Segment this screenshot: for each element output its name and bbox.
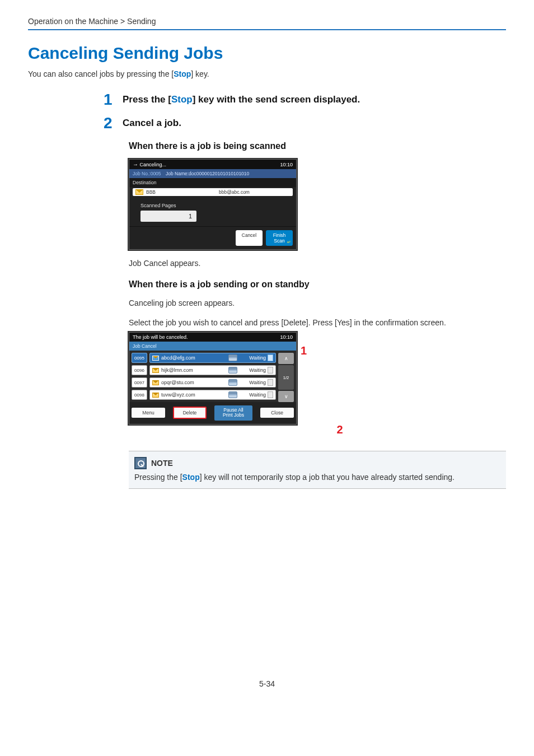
- subsection-scanning: When there is a job is being scanned → C…: [28, 141, 506, 489]
- page-indicator: 1/2: [278, 365, 294, 390]
- mail-icon: [152, 380, 159, 385]
- job-status: Waiting: [240, 367, 273, 374]
- scroll-down-button[interactable]: ∨: [278, 391, 294, 402]
- doc-icon: [268, 379, 273, 386]
- printer-icon: [228, 367, 237, 374]
- step-1-title: Press the [Stop] key with the send scree…: [123, 92, 360, 108]
- job-id: 0097: [132, 377, 147, 388]
- job-id: 0096: [132, 365, 147, 375]
- intro-text: You can also cancel jobs by pressing the…: [28, 69, 506, 78]
- job-row[interactable]: 0095 abcd@efg.com Waiting: [132, 353, 276, 363]
- scanned-pages-area: Scanned Pages 1: [129, 197, 296, 226]
- note-post: ] key will not temporarily stop a job th…: [200, 473, 455, 482]
- enter-icon: ↵: [287, 240, 291, 245]
- scan-heading: When there is a job is being scanned: [129, 141, 506, 151]
- job-row[interactable]: 0098 tuvw@xyz.com Waiting: [132, 390, 276, 400]
- job-row[interactable]: 0096 hijk@lmn.com Waiting: [132, 365, 276, 375]
- scroll-controls: ∧ 1/2 ∨: [278, 353, 294, 402]
- page-number: 5-34: [28, 679, 506, 688]
- jc-header: The job will be canceled. 10:10: [129, 333, 296, 342]
- printer-icon: [228, 354, 237, 361]
- job-name: Job Name:doc00000120101010101010: [166, 171, 249, 176]
- destination-row: BBB bbb@abc.com: [133, 188, 293, 196]
- panel-time: 10:10: [280, 162, 293, 167]
- jc-rows: 0095 abcd@efg.com Waiting 0096: [132, 353, 276, 402]
- job-status: Waiting: [240, 391, 273, 398]
- standby-heading: When there is a job sending or on standb…: [129, 279, 506, 290]
- step1-pre: Press the [: [123, 94, 171, 105]
- printer-icon: [228, 379, 237, 386]
- pause-all-button[interactable]: Pause All Print Jobs: [214, 405, 252, 421]
- intro-pre: You can also cancel jobs by pressing the…: [28, 69, 174, 78]
- note-title: NOTE: [151, 459, 173, 468]
- note-box: NOTE Pressing the [Stop] key will not te…: [129, 451, 506, 489]
- job-no: Job No.:0005: [133, 171, 161, 176]
- job-info-bar: Job No.:0005 Job Name:doc000001201010101…: [129, 169, 296, 178]
- job-main: hijk@lmn.com Waiting: [149, 365, 276, 375]
- jc-buttons: Menu Delete Pause All Print Jobs Close: [129, 402, 296, 424]
- canceling-label: → Canceling...: [133, 161, 166, 167]
- scanned-pages-label: Scanned Pages: [140, 203, 293, 208]
- scanned-pages-value: 1: [140, 211, 196, 222]
- scroll-up-button[interactable]: ∧: [278, 353, 294, 364]
- note-pre: Pressing the [: [134, 473, 182, 482]
- mail-icon: [152, 368, 159, 373]
- step-1: 1 Press the [Stop] key with the send scr…: [28, 92, 506, 108]
- menu-button[interactable]: Menu: [132, 408, 165, 418]
- panel-buttons: Cancel Finish Scan ↵: [129, 226, 296, 249]
- job-row[interactable]: 0097 opqr@stu.com Waiting: [132, 377, 276, 388]
- stop-key: Stop: [182, 473, 200, 482]
- header-text: Canceling...: [140, 162, 167, 167]
- finish-scan-label: Finish Scan: [273, 232, 286, 244]
- job-main: abcd@efg.com Waiting: [149, 353, 276, 363]
- step-2: 2 Cancel a job.: [28, 115, 506, 131]
- mail-icon: [152, 356, 159, 361]
- printer-icon: [228, 391, 237, 398]
- note-icon: [134, 457, 147, 469]
- close-button[interactable]: Close: [260, 408, 294, 418]
- status-text: Waiting: [249, 380, 266, 385]
- dest-address: bbb@abc.com: [219, 189, 293, 195]
- mail-icon: [152, 393, 159, 398]
- mail-icon: [135, 189, 143, 195]
- job-address: abcd@efg.com: [161, 355, 226, 361]
- doc-icon: [268, 391, 273, 398]
- scan-caption: Job Cancel appears.: [129, 258, 506, 269]
- standby-text2: Select the job you wish to cancel and pr…: [129, 317, 506, 329]
- note-head: NOTE: [134, 457, 500, 469]
- panel-header: → Canceling... 10:10: [129, 160, 296, 169]
- job-id: 0098: [132, 390, 147, 400]
- page-title: Canceling Sending Jobs: [28, 44, 506, 63]
- doc-icon: [268, 354, 273, 361]
- stop-key: Stop: [174, 69, 191, 78]
- cancel-button[interactable]: Cancel: [236, 230, 263, 246]
- note-text: Pressing the [Stop] key will not tempora…: [134, 473, 500, 482]
- delete-button[interactable]: Delete: [173, 407, 207, 419]
- job-main: tuvw@xyz.com Waiting: [149, 390, 276, 400]
- status-text: Waiting: [249, 355, 266, 361]
- step-number: 2: [104, 115, 123, 131]
- step-2-title: Cancel a job.: [123, 115, 181, 131]
- breadcrumb: Operation on the Machine > Sending: [28, 17, 506, 30]
- job-id: 0095: [132, 353, 147, 363]
- step-number: 1: [104, 92, 123, 108]
- job-main: opqr@stu.com Waiting: [149, 377, 276, 388]
- jc-sub-header: Job Cancel: [129, 342, 296, 351]
- job-address: hijk@lmn.com: [161, 367, 226, 373]
- dest-name: BBB: [146, 189, 219, 195]
- job-cancel-panel: The job will be canceled. 10:10 Job Canc…: [129, 332, 297, 424]
- job-status: Waiting: [240, 379, 273, 386]
- jc-body: 0095 abcd@efg.com Waiting 0096: [129, 351, 296, 402]
- jc-time: 10:10: [280, 334, 293, 340]
- stop-key: Stop: [171, 94, 193, 105]
- step1-post: ] key with the send screen displayed.: [193, 94, 360, 105]
- standby-text1: Canceling job screen appears.: [129, 297, 506, 309]
- status-text: Waiting: [249, 392, 266, 398]
- finish-scan-button[interactable]: Finish Scan ↵: [266, 230, 293, 246]
- job-address: opqr@stu.com: [161, 380, 226, 385]
- callout-1: 1: [301, 344, 307, 357]
- job-status: Waiting: [240, 354, 273, 361]
- destination-label: Destination: [129, 178, 296, 187]
- callout-2: 2: [129, 423, 506, 436]
- job-address: tuvw@xyz.com: [161, 392, 226, 398]
